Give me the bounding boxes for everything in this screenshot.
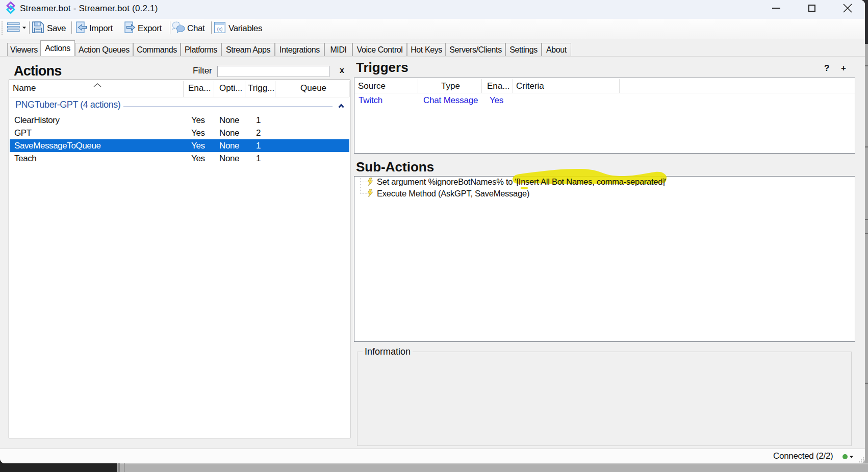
svg-text:(x): (x) [217, 26, 222, 32]
